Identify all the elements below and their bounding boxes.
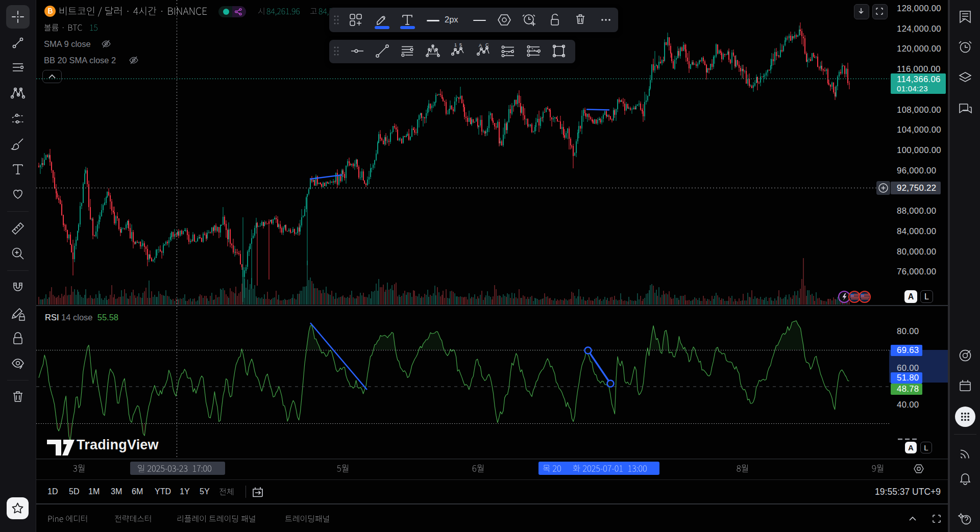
svg-text:C: C (485, 43, 489, 47)
svg-text:5: 5 (459, 43, 462, 47)
svg-text:1: 1 (454, 43, 457, 47)
svg-text:A: A (479, 43, 482, 48)
